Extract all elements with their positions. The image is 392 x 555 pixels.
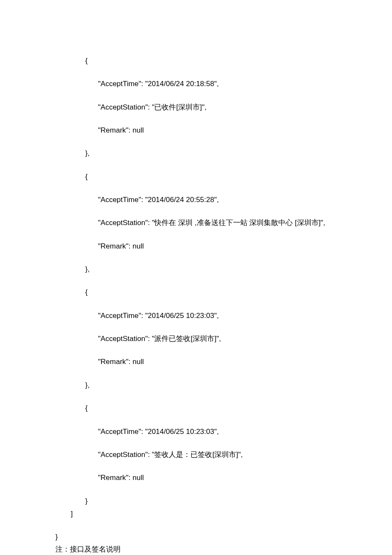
- val-accepttime-3: 2014/06/25 10:23:03: [148, 428, 214, 436]
- open-brace: {: [55, 403, 366, 414]
- kv-acceptstation: "AcceptStation": "签收人是：已签收[深圳市]",: [55, 449, 366, 460]
- open-brace: {: [55, 171, 366, 182]
- kv-acceptstation: "AcceptStation": "已收件[深圳市]",: [55, 102, 366, 113]
- val-acceptstation-1: 快件在 深圳 ,准备送往下一站 深圳集散中心 [深圳市]: [154, 219, 320, 227]
- open-brace: {: [55, 55, 366, 66]
- kv-remark: "Remark": null: [55, 356, 366, 367]
- val-remark-1: null: [133, 242, 144, 250]
- val-accepttime-1: 2014/06/24 20:55:28: [148, 196, 214, 204]
- kv-acceptstation: "AcceptStation": "快件在 深圳 ,准备送往下一站 深圳集散中心…: [55, 217, 366, 228]
- val-accepttime-2: 2014/06/25 10:23:03: [148, 312, 214, 320]
- key-remark: Remark: [101, 126, 126, 134]
- close-brace-comma: },: [55, 380, 366, 391]
- key-acceptstation: AcceptStation: [101, 335, 145, 343]
- key-acceptstation: AcceptStation: [101, 219, 145, 227]
- kv-accepttime: "AcceptTime": "2014/06/25 10:23:03",: [55, 310, 366, 321]
- key-acceptstation: AcceptStation: [101, 451, 145, 459]
- val-remark-3: null: [133, 474, 144, 482]
- close-bracket: ]: [55, 509, 366, 520]
- open-brace: {: [55, 287, 366, 298]
- kv-remark: "Remark": null: [55, 472, 366, 483]
- val-acceptstation-3: 签收人是：已签收[深圳市]: [154, 451, 238, 459]
- note-text: 注：接口及签名说明: [55, 544, 366, 555]
- key-remark: Remark: [101, 474, 126, 482]
- val-acceptstation-2: 派件已签收[深圳市]: [154, 335, 216, 343]
- key-accepttime: AcceptTime: [101, 196, 138, 204]
- key-accepttime: AcceptTime: [101, 428, 138, 436]
- kv-acceptstation: "AcceptStation": "派件已签收[深圳市]",: [55, 333, 366, 344]
- key-remark: Remark: [101, 242, 126, 250]
- kv-remark: "Remark": null: [55, 241, 366, 252]
- key-accepttime: AcceptTime: [101, 80, 138, 88]
- key-acceptstation: AcceptStation: [101, 103, 145, 111]
- kv-accepttime: "AcceptTime": "2014/06/25 10:23:03",: [55, 426, 366, 437]
- val-remark-2: null: [133, 358, 144, 366]
- kv-accepttime: "AcceptTime": "2014/06/24 20:18:58",: [55, 78, 366, 90]
- close-brace-comma: },: [55, 148, 366, 159]
- val-accepttime-0: 2014/06/24 20:18:58: [148, 80, 214, 88]
- json-code-block: { "AcceptTime": "2014/06/24 20:18:58", "…: [55, 55, 366, 543]
- kv-remark: "Remark": null: [55, 125, 366, 136]
- kv-accepttime: "AcceptTime": "2014/06/24 20:55:28",: [55, 194, 366, 205]
- key-remark: Remark: [101, 358, 126, 366]
- close-brace: }: [55, 532, 366, 543]
- close-brace-comma: },: [55, 264, 366, 275]
- val-remark-0: null: [133, 126, 144, 134]
- close-brace: }: [55, 496, 366, 507]
- val-acceptstation-0: 已收件[深圳市]: [154, 103, 202, 111]
- key-accepttime: AcceptTime: [101, 312, 138, 320]
